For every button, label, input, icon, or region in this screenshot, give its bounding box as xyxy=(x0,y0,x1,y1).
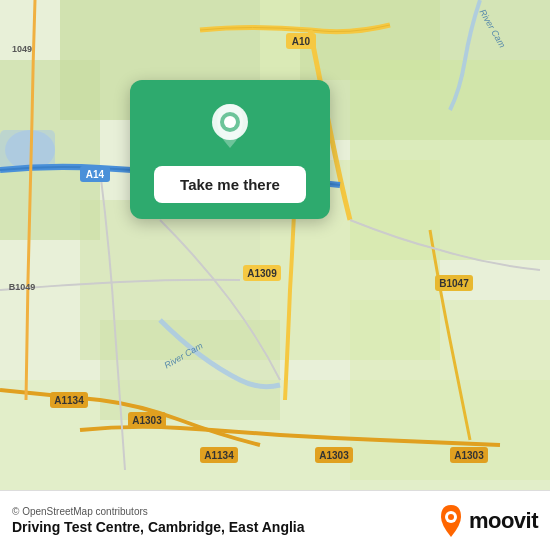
map-container: A10 A10 A14 1049 B1049 A1309 B1047 A1134… xyxy=(0,0,550,490)
navigation-card: Take me there xyxy=(130,80,330,219)
bottom-bar-info: © OpenStreetMap contributors Driving Tes… xyxy=(12,506,437,535)
map-attribution: © OpenStreetMap contributors xyxy=(12,506,437,517)
svg-text:A1134: A1134 xyxy=(204,450,234,461)
svg-text:B1049: B1049 xyxy=(9,282,36,292)
location-pin-icon xyxy=(203,100,257,154)
svg-text:A10: A10 xyxy=(292,36,311,47)
svg-text:A1134: A1134 xyxy=(54,395,84,406)
location-title: Driving Test Centre, Cambridge, East Ang… xyxy=(12,519,437,535)
svg-point-39 xyxy=(224,116,236,128)
svg-rect-12 xyxy=(0,130,55,170)
svg-text:A1303: A1303 xyxy=(319,450,349,461)
svg-point-41 xyxy=(448,514,454,520)
svg-text:A1303: A1303 xyxy=(132,415,162,426)
take-me-there-button[interactable]: Take me there xyxy=(154,166,306,203)
bottom-bar: © OpenStreetMap contributors Driving Tes… xyxy=(0,490,550,550)
svg-text:1049: 1049 xyxy=(12,44,32,54)
svg-text:A1309: A1309 xyxy=(247,268,277,279)
moovit-logo: moovit xyxy=(437,503,538,539)
svg-text:A14: A14 xyxy=(86,169,105,180)
moovit-pin-icon xyxy=(437,503,465,539)
moovit-brand-text: moovit xyxy=(469,508,538,534)
svg-text:B1047: B1047 xyxy=(439,278,469,289)
svg-text:A1303: A1303 xyxy=(454,450,484,461)
